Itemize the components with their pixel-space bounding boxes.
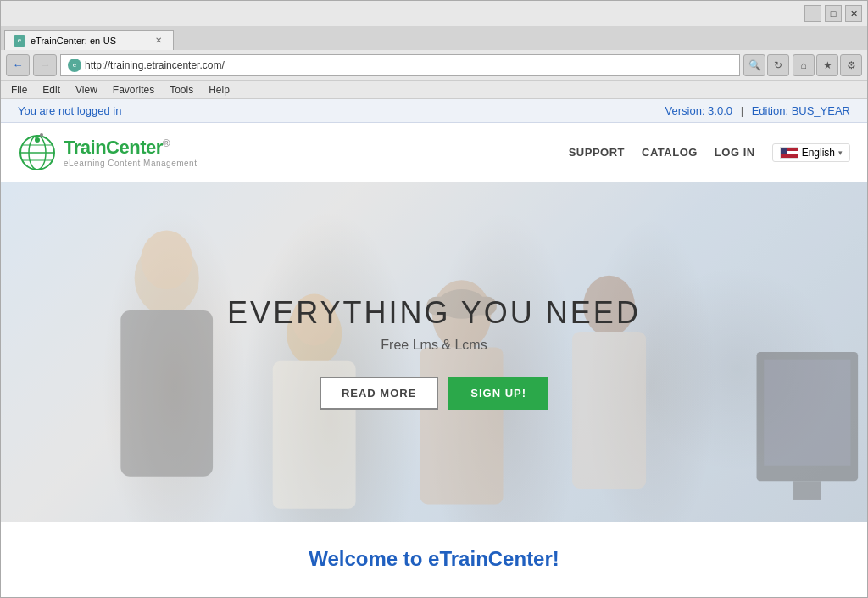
logo-globe — [18, 133, 57, 172]
chevron-down-icon: ▾ — [838, 148, 843, 157]
version-info: Version: 3.0.0 | Edition: BUS_YEAR — [665, 104, 850, 117]
svg-point-7 — [40, 133, 43, 137]
browser-window: − □ ✕ e eTrainCenter: en-US ✕ ← → e http… — [0, 0, 868, 598]
site-nav: SUPPORT CATALOG LOG IN English ▾ — [569, 143, 850, 162]
hero-buttons: READ MORE SIGN UP! — [227, 377, 641, 410]
menu-edit[interactable]: Edit — [36, 82, 67, 98]
hero-content: EVERYTHING YOU NEED Free Lms & Lcms READ… — [227, 295, 641, 410]
flag-icon — [780, 147, 798, 159]
menu-view[interactable]: View — [69, 82, 104, 98]
refresh-button[interactable]: ↻ — [767, 54, 789, 76]
logo-brand-accent: Center — [106, 137, 163, 158]
address-favicon: e — [68, 59, 81, 72]
tab-title: eTrainCenter: en-US — [31, 36, 116, 46]
welcome-section: Welcome to eTrainCenter! — [1, 522, 867, 596]
logo-brand-plain: Train — [64, 137, 106, 158]
nav-catalog[interactable]: CATALOG — [642, 146, 698, 159]
logo-tagline: eLearning Content Management — [64, 159, 197, 168]
tab-favicon: e — [14, 35, 25, 47]
title-bar: − □ ✕ — [1, 1, 867, 26]
home-button[interactable]: ⌂ — [793, 54, 815, 76]
browser-tab[interactable]: e eTrainCenter: en-US ✕ — [4, 30, 174, 50]
tab-bar: e eTrainCenter: en-US ✕ — [1, 26, 867, 50]
menu-bar: File Edit View Favorites Tools Help — [1, 81, 867, 99]
menu-help[interactable]: Help — [202, 82, 236, 98]
hero-title: EVERYTHING YOU NEED — [227, 295, 641, 331]
logo-brand: TrainCenter® — [64, 137, 197, 159]
maximize-button[interactable]: □ — [825, 5, 842, 22]
welcome-title: Welcome to eTrainCenter! — [18, 547, 850, 571]
tools-button[interactable]: ⚙ — [840, 54, 862, 76]
language-label: English — [802, 147, 835, 159]
read-more-button[interactable]: READ MORE — [320, 377, 438, 410]
version-label: Version: 3.0.0 — [665, 104, 733, 117]
site-header: TrainCenter® eLearning Content Managemen… — [1, 123, 867, 182]
svg-point-5 — [35, 137, 40, 143]
notification-bar: You are not logged in Version: 3.0.0 | E… — [1, 99, 867, 123]
tab-close-button[interactable]: ✕ — [153, 35, 164, 47]
logo-area: TrainCenter® eLearning Content Managemen… — [18, 133, 197, 172]
close-button[interactable]: ✕ — [845, 5, 862, 22]
favorites-button[interactable]: ★ — [816, 54, 838, 76]
forward-button[interactable]: → — [33, 54, 57, 76]
language-selector[interactable]: English ▾ — [772, 143, 850, 162]
logo-text: TrainCenter® eLearning Content Managemen… — [64, 137, 197, 168]
edition-label: Edition: BUS_YEAR — [752, 104, 850, 117]
hero-subtitle: Free Lms & Lcms — [227, 338, 641, 353]
page-content: You are not logged in Version: 3.0.0 | E… — [1, 99, 867, 597]
menu-file[interactable]: File — [4, 82, 34, 98]
version-separator: | — [741, 104, 743, 117]
nav-login[interactable]: LOG IN — [715, 146, 755, 159]
menu-tools[interactable]: Tools — [163, 82, 200, 98]
search-button[interactable]: 🔍 — [743, 54, 765, 76]
menu-favorites[interactable]: Favorites — [106, 82, 161, 98]
address-bar[interactable]: e http://training.etraincenter.com/ — [60, 54, 740, 76]
logo-trademark: ® — [163, 137, 170, 149]
minimize-button[interactable]: − — [804, 5, 821, 22]
back-button[interactable]: ← — [6, 54, 30, 76]
signup-button[interactable]: SIGN UP! — [448, 377, 548, 410]
browser-toolbar: ← → e http://training.etraincenter.com/ … — [1, 50, 867, 81]
not-logged-in-text: You are not logged in — [18, 104, 121, 117]
hero-background: EVERYTHING YOU NEED Free Lms & Lcms READ… — [1, 182, 867, 522]
hero-section: EVERYTHING YOU NEED Free Lms & Lcms READ… — [1, 182, 867, 522]
address-text: http://training.etraincenter.com/ — [85, 59, 225, 71]
nav-support[interactable]: SUPPORT — [569, 146, 625, 159]
